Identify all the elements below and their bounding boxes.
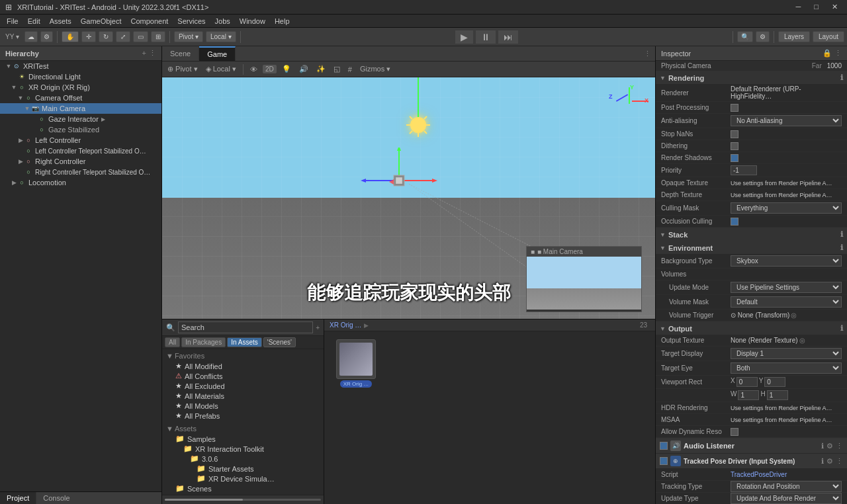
audio-listener-check[interactable] <box>660 442 668 450</box>
console-tab[interactable]: Console <box>36 492 76 504</box>
input-vp-x[interactable] <box>736 377 758 387</box>
value-update-type[interactable]: Update And Before Render <box>731 493 842 504</box>
check-occlusion-culling[interactable] <box>731 218 738 226</box>
fav-all-modified[interactable]: ★All Modified <box>165 361 321 371</box>
environment-header[interactable]: ▼ Environment ℹ <box>656 241 847 254</box>
dropdown-update-type[interactable]: Update And Before Render <box>731 493 842 504</box>
menu-jobs[interactable]: Jobs <box>211 16 234 26</box>
gear-button-2[interactable]: ⚙ <box>756 31 770 42</box>
hand-tool[interactable]: ✋ <box>62 31 79 42</box>
dropdown-target-display[interactable]: Display 1 <box>731 348 842 359</box>
inspector-menu-icon[interactable]: ⋮ <box>834 49 842 58</box>
value-script[interactable]: TrackedPoseDriver <box>731 471 842 478</box>
play-button[interactable]: ▶ <box>455 30 473 44</box>
tracked-pose-check[interactable] <box>660 457 668 465</box>
tracked-pose-settings-btn[interactable]: ⚙ <box>826 457 833 466</box>
input-priority[interactable] <box>731 165 757 175</box>
vp-2d-btn[interactable]: 2D <box>263 65 277 73</box>
tree-item-gazeinteractor[interactable]: ○ Gaze Interactor ▶ <box>0 114 161 124</box>
value-culling-mask[interactable]: Everything <box>731 202 842 214</box>
assets-starter[interactable]: 📁Starter Assets <box>165 464 321 474</box>
stack-header[interactable]: ▼ Stack ℹ <box>656 228 847 241</box>
tracked-pose-info-btn[interactable]: ℹ <box>821 457 824 466</box>
pivot-button[interactable]: Pivot ▾ <box>174 31 203 42</box>
audio-listener-menu-btn[interactable]: ⋮ <box>836 442 843 450</box>
value-tracking-type[interactable]: Rotation And Position <box>731 481 842 492</box>
hierarchy-header[interactable]: Hierarchy + ⋮ <box>0 46 161 61</box>
dropdown-target-eye[interactable]: Both <box>731 362 842 374</box>
check-allow-dynamic-reso[interactable] <box>731 428 738 436</box>
value-anti-aliasing[interactable]: No Anti-aliasing <box>731 115 842 126</box>
filter-packages[interactable]: In Packages <box>181 337 226 347</box>
layout-dropdown[interactable]: Layout <box>813 31 844 42</box>
dropdown-anti-aliasing[interactable]: No Anti-aliasing <box>731 115 842 126</box>
asset-item-xrorigin[interactable]: XR Orig … <box>330 337 382 390</box>
cloud-button[interactable]: ☁ <box>24 31 38 42</box>
vp-view-btn[interactable]: 👁 <box>247 65 260 74</box>
menu-component[interactable]: Component <box>126 16 172 26</box>
assets-scenes[interactable]: 📁Scenes <box>165 483 321 493</box>
layers-dropdown[interactable]: Layers <box>778 31 810 42</box>
fav-all-materials[interactable]: ★All Materials <box>165 391 321 401</box>
slider-track[interactable] <box>165 499 321 501</box>
dropdown-volume-mask[interactable]: Default <box>731 296 842 308</box>
tree-item-xrorigin[interactable]: ▼ ○ XR Origin (XR Rig) <box>0 82 161 93</box>
dropdown-tracking-type[interactable]: Rotation And Position <box>731 481 842 492</box>
close-button[interactable]: ✕ <box>828 3 842 11</box>
filter-all[interactable]: All <box>165 337 180 347</box>
rect-tool[interactable]: ▭ <box>133 31 148 42</box>
check-render-shadows[interactable] <box>731 154 738 162</box>
favorites-header[interactable]: ▼ Favorites <box>165 351 321 361</box>
vp-overlay-btn[interactable]: ◱ <box>331 64 343 74</box>
tracked-pose-menu-btn[interactable]: ⋮ <box>836 457 843 466</box>
check-dithering[interactable] <box>731 142 738 150</box>
tab-scene[interactable]: Scene <box>162 47 199 60</box>
project-tab[interactable]: Project <box>0 492 36 504</box>
menu-gameobject[interactable]: GameObject <box>77 16 126 26</box>
environment-info-icon[interactable]: ℹ <box>840 243 843 252</box>
move-tool[interactable]: ✛ <box>81 31 96 42</box>
dropdown-culling-mask[interactable]: Everything <box>731 202 842 214</box>
dropdown-background-type[interactable]: Skybox <box>731 255 842 267</box>
fav-all-excluded[interactable]: ★All Excluded <box>165 381 321 391</box>
input-vp-y[interactable] <box>764 377 785 387</box>
output-info-icon[interactable]: ℹ <box>840 324 843 333</box>
filter-scenes[interactable]: 'Scenes' <box>263 337 296 347</box>
asset-breadcrumb[interactable]: XR Orig … <box>330 321 361 329</box>
check-post-processing[interactable] <box>731 104 738 112</box>
vp-gizmos-btn[interactable]: Gizmos ▾ <box>357 64 393 74</box>
value-update-mode[interactable]: Use Pipeline Settings <box>731 282 842 293</box>
vp-fx-btn[interactable]: ✨ <box>314 64 328 74</box>
vp-light-btn[interactable]: 💡 <box>279 64 294 74</box>
value-target-eye[interactable]: Both <box>731 362 842 374</box>
viewport-menu[interactable]: ⋮ <box>640 47 655 61</box>
maximize-button[interactable]: □ <box>810 3 823 11</box>
yy-dropdown[interactable]: YY ▾ <box>3 33 22 40</box>
assets-header[interactable]: ▼ Assets <box>165 423 321 434</box>
multi-tool[interactable]: ⊞ <box>151 31 165 42</box>
value-target-display[interactable]: Display 1 <box>731 348 842 359</box>
tab-game[interactable]: Game <box>199 46 236 61</box>
vp-audio-btn[interactable]: 🔊 <box>296 64 311 74</box>
vp-pivot-btn[interactable]: ⊕ Pivot ▾ <box>165 64 201 74</box>
rendering-header[interactable]: ▼ Rendering ℹ <box>656 71 847 84</box>
local-button[interactable]: Local ▾ <box>206 31 236 42</box>
value-volume-mask[interactable]: Default <box>731 296 842 308</box>
vp-local-btn[interactable]: ◈ Local ▾ <box>203 64 239 74</box>
input-vp-w[interactable] <box>738 390 759 400</box>
fav-all-conflicts[interactable]: ⚠ All Conflicts <box>165 371 321 381</box>
tree-item-leftctrl[interactable]: ▶ ○ Left Controller <box>0 135 161 146</box>
inspector-lock-icon[interactable]: 🔒 <box>823 49 832 58</box>
menu-file[interactable]: File <box>3 16 22 26</box>
rotate-tool[interactable]: ↻ <box>99 31 113 42</box>
audio-listener-info-btn[interactable]: ℹ <box>821 442 824 450</box>
fav-all-prefabs[interactable]: ★All Prefabs <box>165 411 321 421</box>
dropdown-update-mode[interactable]: Use Pipeline Settings <box>731 282 842 293</box>
menu-assets[interactable]: Assets <box>46 16 75 26</box>
pause-button[interactable]: ⏸ <box>476 30 496 44</box>
scale-tool[interactable]: ⤢ <box>116 31 130 42</box>
audio-listener-settings-btn[interactable]: ⚙ <box>826 442 833 450</box>
tree-item-dirlight[interactable]: ☀ Directional Light <box>0 71 161 82</box>
stack-info-icon[interactable]: ℹ <box>840 230 843 239</box>
tree-item-leftteleport[interactable]: ○ Left Controller Teleport Stabilized O… <box>0 146 161 156</box>
